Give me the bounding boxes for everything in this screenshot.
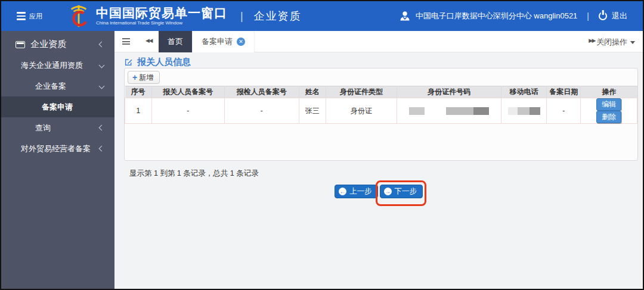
column-header: 姓名 [299,86,326,98]
name-cell: 张三 [299,98,326,124]
column-header: 操作 [581,86,637,98]
chevron-left-icon [99,125,105,131]
sidebar-item-record-application[interactable]: 备案申请 [1,96,114,117]
brand-title: 中国国际贸易单一窗口 [96,7,227,20]
sidebar-item-label: 企业资质 [30,39,66,50]
redacted-id-number [397,107,501,115]
column-header: 身份证件类型 [326,86,397,98]
sidebar-collapse-icon[interactable] [122,38,130,45]
inspection-declarant-no-cell: - [224,98,299,124]
sidebar-item-label: 海关企业通用资质 [21,60,83,71]
actions-cell: 编辑删除 [581,98,637,124]
power-icon [599,12,607,20]
prev-step-label: 上一步 [349,186,372,197]
edit-section-icon [124,58,133,67]
logout-label: 退出 [612,11,627,21]
chevron-left-icon [99,146,105,152]
sidebar-item-label: 企业备案 [35,81,66,92]
declarant-table: 序号报关人员备案号报检人员备案号姓名身份证件类型身份证件号码移动电话备案日期操作… [125,86,637,124]
brand-logo-icon [66,4,91,29]
scroll-tabs-left-icon[interactable]: ◀◀ [145,38,152,43]
column-header: 报关人员备案号 [151,86,224,98]
sidebar-item-customs-general-qualification[interactable]: 海关企业通用资质 [1,55,114,76]
customs-declarant-no-cell: - [151,98,224,124]
tab-record-application[interactable]: 备案申请✕ [193,31,255,52]
table-row: 1--张三身份证-编辑删除 [125,98,637,124]
sidebar-item-label: 查询 [35,123,51,133]
redacted-mobile [501,107,546,115]
declarant-table-panel: + 新增 序号报关人员备案号报检人员备案号姓名身份证件类型身份证件号码移动电话备… [124,68,638,161]
mobile-cell [501,98,547,124]
column-header: 备案日期 [546,86,581,98]
circle-arrow-right-icon: → [384,188,392,195]
logout-button[interactable]: 退出 [599,11,627,21]
user-divider: | [587,11,589,21]
plus-icon: + [132,73,137,82]
record-date-cell: - [546,98,581,124]
column-header: 移动电话 [501,86,547,98]
tab-close-icon[interactable]: ✕ [237,38,245,46]
tab-label: 首页 [168,36,183,47]
tab-bar: ◀◀ 首页备案申请✕ ▶▶ 关闭操作 [114,31,643,52]
close-operations-label: 关闭操作 [596,37,627,48]
section-title: 报关人员信息 [124,57,191,68]
prev-step-button[interactable]: ← 上一步 [335,185,378,198]
app-window: 应用 中国国际贸易单一窗口 China International Trade … [0,0,644,290]
header-divider: | [240,10,243,23]
chevron-left-icon [99,42,105,48]
brand-subtitle: China International Trade Single Window [96,21,227,26]
app-menu-button[interactable]: 应用 [17,12,42,21]
sidebar-item-qualification[interactable]: 企业资质 [1,34,114,55]
user-icon [399,10,411,22]
sidebar-item-enterprise-record[interactable]: 企业备案 [1,76,114,96]
hamburger-icon [17,12,26,20]
scroll-tabs-right-icon[interactable]: ▶▶ [589,38,595,43]
id-number-cell [397,98,501,124]
brand: 中国国际贸易单一窗口 China International Trade Sin… [66,4,227,29]
column-header: 序号 [125,86,152,98]
seq-cell: 1 [125,98,152,124]
main-content: 报关人员信息 + 新增 序号报关人员备案号报检人员备案号姓名身份证件类型身份证件… [114,52,643,289]
sidebar: 企业资质海关企业通用资质企业备案备案申请查询对外贸易经营者备案 [1,31,114,290]
chevron-down-icon [99,63,105,68]
next-step-label: 下一步 [395,186,417,197]
sidebar-item-label: 对外贸易经营者备案 [21,144,91,154]
card-icon [16,41,25,48]
column-header: 身份证件号码 [397,86,501,98]
edit-button[interactable]: 编辑 [596,98,621,111]
tab-home[interactable]: 首页 [159,31,193,52]
close-operations-menu[interactable]: 关闭操作 [596,37,635,48]
id-type-cell: 身份证 [326,98,397,124]
page-title: 企业资质 [254,9,302,23]
user-org-label: 中国电子口岸数据中心深圳分中心 wanglin0521 [416,11,578,21]
add-button-label: 新增 [139,73,153,83]
add-button[interactable]: + 新增 [128,71,160,84]
chevron-down-icon [630,41,635,44]
sidebar-item-query[interactable]: 查询 [1,117,114,138]
sidebar-item-label: 备案申请 [42,102,73,113]
step-buttons: ← 上一步 → 下一步 [114,185,643,198]
next-step-button[interactable]: → 下一步 [380,185,423,198]
column-header: 报检人员备案号 [224,86,299,98]
app-menu-label: 应用 [29,12,42,21]
circle-arrow-left-icon: ← [339,188,346,195]
section-title-label: 报关人员信息 [137,57,191,68]
sidebar-item-foreign-trade-operator-record[interactable]: 对外贸易经营者备案 [1,138,114,159]
pagination-summary: 显示第 1 到第 1 条记录，总共 1 条记录 [129,169,259,179]
tab-label: 备案申请 [202,36,233,47]
top-header: 应用 中国国际贸易单一窗口 China International Trade … [1,1,643,31]
chevron-down-icon [99,83,105,89]
user-info[interactable]: 中国电子口岸数据中心深圳分中心 wanglin0521 [399,10,578,22]
delete-button[interactable]: 删除 [596,111,621,123]
